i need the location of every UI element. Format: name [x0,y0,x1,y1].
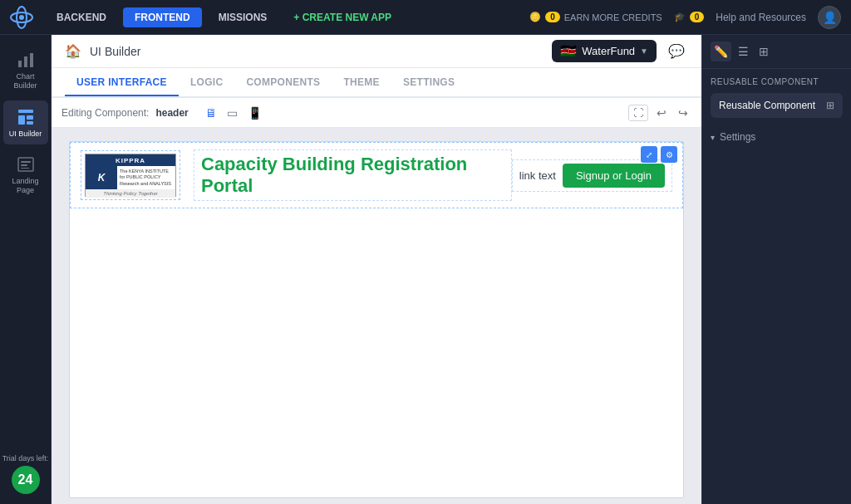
tab-user-interface[interactable]: USER INTERFACE [65,70,179,96]
svg-rect-13 [21,168,29,169]
credits-count-badge: 0 [690,12,705,22]
svg-rect-11 [21,161,31,163]
right-panel-content: Reusable Component Reusable Component ⊞ … [702,69,851,504]
svg-rect-12 [21,164,27,166]
credits-display[interactable]: 🎓 0 [674,12,705,22]
fullscreen-button[interactable]: ⛶ [628,105,648,121]
project-name-label: WaterFund [582,45,635,57]
canvas: ⤢ ⚙ KIPPRA K [69,141,684,498]
mobile-view-button[interactable]: 📱 [244,105,265,121]
earn-label: EARN MORE CREDITS [564,12,662,22]
coin-icon: 🪙 [529,12,541,22]
svg-rect-8 [27,115,33,120]
chart-icon [16,50,36,70]
tab-components[interactable]: COMPONENTS [234,70,332,96]
kippra-logo-right: The KENYA INSTITUTE for PUBLIC POLICY Re… [117,166,175,189]
trial-days-count: 24 [12,466,40,494]
create-new-app-button[interactable]: + CREATE NEW APP [283,7,401,27]
canvas-wrapper: ⤢ ⚙ KIPPRA K [52,128,701,504]
sidebar-item-landing-page[interactable]: Landing Page [3,148,48,202]
component-name-label: header [155,107,188,119]
earn-credits-button[interactable]: 🪙 0 EARN MORE CREDITS [529,12,662,22]
left-sidebar: Chart Builder UI Builder [0,35,52,504]
sidebar-item-ui-builder[interactable]: UI Builder [3,100,48,145]
header-component-actions: ⤢ ⚙ [641,146,677,163]
tab-logic[interactable]: LOGIC [179,70,235,96]
editing-label: Editing Component: [61,107,149,119]
kippra-logo-left: K [86,166,117,189]
settings-section: ▾ Settings [711,128,843,146]
missions-button[interactable]: MISSIONS [207,7,279,27]
top-nav: BACKEND FRONTEND MISSIONS + CREATE NEW A… [0,0,851,35]
kippra-full-name: The KENYA INSTITUTE for PUBLIC POLICY Re… [120,169,173,186]
redo-button[interactable]: ↪ [675,105,691,121]
toolbar: Editing Component: header 🖥 ▭ 📱 ⛶ ↩ ↪ [52,98,701,128]
toolbar-right: ⛶ ↩ ↪ [628,105,691,121]
home-button[interactable]: 🏠 [65,43,81,59]
tab-theme[interactable]: THEME [332,70,391,96]
svg-rect-9 [27,121,33,125]
logo-area: KIPPRA K The KENYA INSTITUTE for PUBLIC … [81,150,180,200]
graduation-icon: 🎓 [674,12,686,22]
tabs-bar: USER INTERFACE LOGIC COMPONENTS THEME SE… [52,68,701,98]
chevron-down-icon: ▼ [640,46,648,56]
kippra-initial: K [98,172,106,183]
landing-page-icon [16,154,36,174]
backend-button[interactable]: BACKEND [45,7,118,27]
project-flag-icon: 🇰🇪 [560,43,577,59]
device-buttons: 🖥 ▭ 📱 [202,105,265,121]
project-selector[interactable]: 🇰🇪 WaterFund ▼ [552,40,657,62]
right-tab-menu-button[interactable]: ☰ [735,42,752,61]
reusable-component-card[interactable]: Reusable Component ⊞ [711,93,843,118]
right-tab-edit-button[interactable]: ✏️ [711,42,731,61]
chart-builder-label: Chart Builder [8,72,43,91]
settings-label: Settings [720,131,755,143]
trial-days-badge: Trial days left: 24 [2,454,49,494]
nav-right: 🪙 0 EARN MORE CREDITS 🎓 0 Help and Resou… [529,6,841,29]
reusable-component-name: Reusable Component [719,100,815,111]
right-panel-tabs: ✏️ ☰ ⊞ [702,35,851,69]
right-panel: ✏️ ☰ ⊞ Reusable Component Reusable Compo… [701,35,851,504]
kippra-tagline-bar: Thinking Policy Together [86,189,175,198]
component-drag-handle[interactable]: ⤢ [641,146,657,163]
trial-text: Trial days left: [2,454,49,462]
svg-rect-6 [18,110,33,113]
ui-builder-icon [16,107,36,127]
frontend-button[interactable]: FRONTEND [123,7,202,27]
signup-login-button[interactable]: Signup or Login [563,164,665,188]
tablet-view-button[interactable]: ▭ [224,105,241,121]
nav-area: link text Signup or Login [512,159,672,192]
portal-title: Capacity Building Registration Portal [194,149,512,201]
help-link[interactable]: Help and Resources [716,12,806,23]
kippra-tagline: Thinking Policy Together [103,191,157,196]
desktop-view-button[interactable]: 🖥 [202,105,220,121]
builder-header: 🏠 UI Builder 🇰🇪 WaterFund ▼ 💬 [52,35,701,68]
svg-rect-4 [24,56,27,67]
kippra-name-text: KIPPRA [116,157,145,164]
link-text: link text [519,169,556,182]
reusable-component-icon: ⊞ [826,100,834,111]
landing-page-label: Landing Page [8,177,43,195]
tab-settings[interactable]: SETTINGS [391,70,466,96]
sidebar-item-chart-builder[interactable]: Chart Builder [3,43,48,97]
chat-button[interactable]: 💬 [665,40,688,62]
ui-builder-label: UI Builder [9,130,42,139]
svg-rect-3 [18,61,22,67]
undo-button[interactable]: ↩ [653,105,670,121]
svg-rect-7 [18,115,25,125]
reusable-component-label: Reusable Component [711,77,843,86]
header-component: ⤢ ⚙ KIPPRA K [70,142,683,208]
svg-point-2 [19,15,24,20]
kippra-logo: KIPPRA K The KENYA INSTITUTE for PUBLIC … [85,154,176,197]
builder-title: UI Builder [90,45,140,58]
settings-caret-icon: ▾ [711,133,715,142]
component-settings-button[interactable]: ⚙ [661,146,677,163]
content-area: 🏠 UI Builder 🇰🇪 WaterFund ▼ 💬 USER INTER… [52,35,701,504]
kippra-top-bar: KIPPRA [86,154,175,166]
right-tab-grid-button[interactable]: ⊞ [755,42,772,61]
app-logo [10,6,33,29]
user-avatar[interactable]: 👤 [818,6,841,29]
earn-count-badge: 0 [545,12,560,22]
settings-header[interactable]: ▾ Settings [711,128,843,146]
main-layout: Chart Builder UI Builder [0,35,851,504]
